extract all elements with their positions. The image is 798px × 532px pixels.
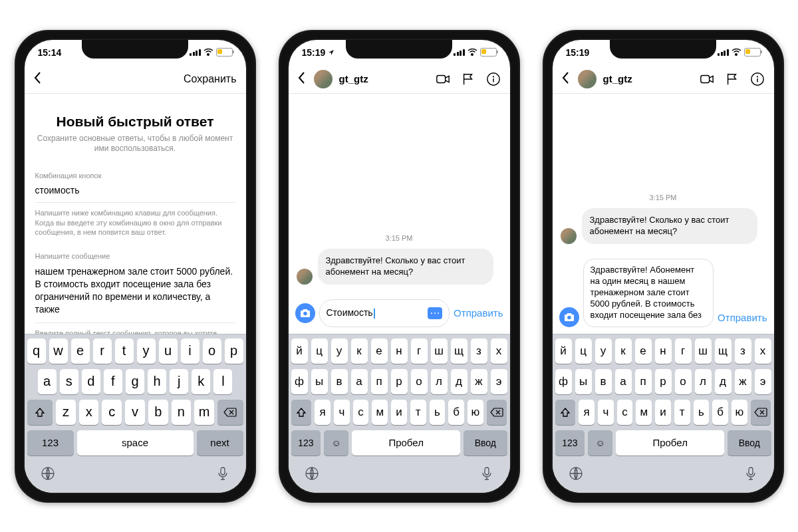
numbers-key[interactable]: 123 — [555, 430, 585, 456]
key-и[interactable]: и — [391, 400, 407, 425]
key-х[interactable]: х — [755, 338, 771, 364]
key-ж[interactable]: ж — [471, 369, 487, 394]
flag-icon[interactable] — [725, 72, 739, 86]
globe-icon[interactable] — [41, 466, 55, 481]
key-э[interactable]: э — [755, 369, 771, 394]
key-м[interactable]: м — [636, 400, 652, 425]
space-key[interactable]: space — [77, 430, 194, 456]
key-w[interactable]: w — [49, 338, 68, 364]
key-l[interactable]: l — [213, 369, 232, 394]
key-o[interactable]: o — [203, 338, 221, 364]
avatar[interactable] — [314, 70, 332, 88]
key-г[interactable]: г — [411, 338, 428, 364]
key-ю[interactable]: ю — [732, 400, 747, 425]
key-i[interactable]: i — [181, 338, 200, 364]
key-т[interactable]: т — [410, 400, 426, 425]
send-button[interactable]: Отправить — [718, 312, 767, 327]
globe-icon[interactable] — [569, 466, 583, 481]
keyboard[interactable]: qwertyuiop asdfghjkl zxcvbnm 123 space n… — [25, 334, 246, 493]
username[interactable]: gt_gtz — [339, 73, 368, 84]
mic-icon[interactable] — [743, 466, 758, 481]
key-t[interactable]: t — [115, 338, 134, 364]
key-п[interactable]: п — [371, 369, 388, 394]
message-input[interactable]: нашем тренажерном зале стоит 5000 рублей… — [35, 265, 235, 323]
key-f[interactable]: f — [104, 369, 122, 394]
emoji-key[interactable]: ☺ — [324, 430, 348, 456]
key-d[interactable]: d — [82, 369, 100, 394]
key-е[interactable]: е — [371, 338, 388, 364]
numbers-key[interactable]: 123 — [27, 430, 74, 456]
shift-key[interactable] — [555, 400, 576, 425]
key-й[interactable]: й — [555, 338, 572, 364]
key-y[interactable]: y — [137, 338, 156, 364]
key-р[interactable]: р — [655, 369, 672, 394]
info-icon[interactable] — [486, 72, 501, 86]
key-ы[interactable]: ы — [311, 369, 328, 394]
key-о[interactable]: о — [411, 369, 428, 394]
camera-button[interactable] — [295, 303, 315, 323]
key-в[interactable]: в — [595, 369, 612, 394]
key-ч[interactable]: ч — [334, 400, 350, 425]
save-button[interactable]: Сохранить — [184, 73, 237, 85]
key-л[interactable]: л — [695, 369, 712, 394]
key-g[interactable]: g — [126, 369, 144, 394]
key-о[interactable]: о — [675, 369, 692, 394]
key-к[interactable]: к — [351, 338, 368, 364]
info-icon[interactable] — [750, 72, 765, 86]
key-k[interactable]: k — [192, 369, 210, 394]
key-н[interactable]: н — [391, 338, 408, 364]
key-r[interactable]: r — [93, 338, 112, 364]
key-ж[interactable]: ж — [735, 369, 751, 394]
backspace-key[interactable] — [751, 400, 771, 425]
emoji-key[interactable]: ☺ — [588, 430, 612, 456]
video-call-icon[interactable] — [436, 72, 450, 86]
back-button[interactable] — [34, 72, 50, 86]
shift-key[interactable] — [27, 400, 53, 425]
camera-button[interactable] — [559, 307, 579, 327]
key-m[interactable]: m — [194, 400, 214, 425]
key-s[interactable]: s — [60, 369, 78, 394]
message-bubble[interactable]: Здравствуйте! Сколько у вас стоит абонем… — [582, 208, 757, 244]
key-р[interactable]: р — [391, 369, 408, 394]
key-ф[interactable]: ф — [555, 369, 572, 394]
key-п[interactable]: п — [635, 369, 652, 394]
key-г[interactable]: г — [675, 338, 692, 364]
key-а[interactable]: а — [351, 369, 368, 394]
key-м[interactable]: м — [372, 400, 388, 425]
space-key[interactable]: Пробел — [616, 430, 724, 456]
key-н[interactable]: н — [655, 338, 672, 364]
key-б[interactable]: б — [712, 400, 728, 425]
key-х[interactable]: х — [491, 338, 507, 364]
key-ч[interactable]: ч — [598, 400, 614, 425]
key-p[interactable]: p — [225, 338, 243, 364]
key-ш[interactable]: ш — [431, 338, 448, 364]
key-и[interactable]: и — [655, 400, 671, 425]
message-input[interactable]: Здравствуйте! Абонемент на один месяц в … — [583, 259, 714, 327]
key-ф[interactable]: ф — [291, 369, 308, 394]
shortcut-input[interactable]: стоимость — [35, 185, 235, 203]
key-h[interactable]: h — [148, 369, 166, 394]
backspace-key[interactable] — [487, 400, 507, 425]
back-button[interactable] — [562, 72, 578, 86]
key-b[interactable]: b — [148, 400, 168, 425]
key-к[interactable]: к — [615, 338, 632, 364]
key-з[interactable]: з — [471, 338, 487, 364]
key-щ[interactable]: щ — [715, 338, 732, 364]
key-я[interactable]: я — [315, 400, 331, 425]
key-в[interactable]: в — [331, 369, 348, 394]
key-с[interactable]: с — [353, 400, 369, 425]
key-я[interactable]: я — [579, 400, 595, 425]
key-u[interactable]: u — [159, 338, 178, 364]
send-button[interactable]: Отправить — [454, 307, 503, 319]
key-у[interactable]: у — [331, 338, 348, 364]
username[interactable]: gt_gtz — [603, 73, 632, 84]
backspace-key[interactable] — [217, 400, 243, 425]
enter-key[interactable]: Ввод — [464, 430, 507, 456]
key-е[interactable]: е — [635, 338, 652, 364]
key-z[interactable]: z — [56, 400, 76, 425]
key-б[interactable]: б — [448, 400, 464, 425]
key-а[interactable]: а — [615, 369, 632, 394]
keyboard[interactable]: йцукенгшщзх фывапролджэ ячсмитьбю 123 ☺ … — [553, 334, 774, 493]
key-у[interactable]: у — [595, 338, 612, 364]
message-input[interactable]: Стоимость — [319, 299, 450, 327]
